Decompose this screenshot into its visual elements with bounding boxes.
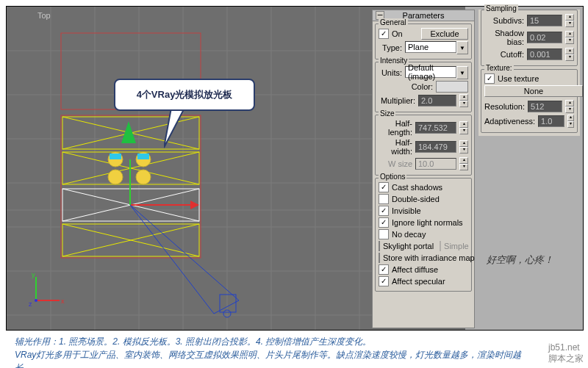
parameters-title-label: Parameters xyxy=(403,11,445,20)
half-width-spinner[interactable]: ▴▾ xyxy=(459,140,468,154)
svg-line-28 xyxy=(62,189,199,221)
cast-shadows-checkbox[interactable] xyxy=(379,182,389,192)
svg-text:y: y xyxy=(32,271,35,278)
group-sampling: Sampling Subdivs:15▴▾ Shadow bias:0.02▴▾… xyxy=(481,10,578,66)
units-value: Default (image) xyxy=(405,66,456,78)
side-note-text: 好空啊，心疼！ xyxy=(487,253,553,267)
chevron-down-icon[interactable]: ▼ xyxy=(456,41,468,54)
type-value: Plane xyxy=(405,41,456,53)
simple-label: Simple xyxy=(444,242,469,250)
svg-line-23 xyxy=(62,152,199,184)
texture-none-button[interactable]: None xyxy=(484,85,583,97)
caption-text: 辅光作用：1. 照亮场景。2. 模拟反光板。3. 照射出闭合投影。4. 控制倍增… xyxy=(15,335,522,368)
watermark-sub: 脚本之家 xyxy=(548,353,584,364)
shadow-bias-input[interactable]: 0.02 xyxy=(527,32,562,43)
w-size-label: W size xyxy=(379,159,412,168)
group-sampling-label: Sampling xyxy=(484,4,518,12)
multiplier-input[interactable]: 2.0 xyxy=(418,95,456,107)
group-options: Options Cast shadows Double-sided Invisi… xyxy=(375,178,472,292)
svg-point-32 xyxy=(108,170,123,184)
svg-rect-43 xyxy=(220,295,236,312)
svg-rect-27 xyxy=(62,189,199,221)
svg-rect-24 xyxy=(62,224,199,256)
type-label: Type: xyxy=(379,43,402,52)
half-width-input[interactable]: 184.479 xyxy=(415,141,456,153)
on-checkbox[interactable] xyxy=(379,29,389,39)
resolution-label: Resolution: xyxy=(484,102,525,111)
affect-specular-label: Affect specular xyxy=(392,277,445,286)
cutoff-label: Cutoff: xyxy=(484,50,524,59)
group-general: General On Exclude Type: Plane ▼ xyxy=(375,24,472,59)
simple-checkbox xyxy=(440,241,441,251)
resolution-spinner[interactable]: ▴▾ xyxy=(565,100,574,113)
axis-gizmo-icon: x y z xyxy=(29,271,65,308)
group-size-label: Size xyxy=(379,109,395,118)
shadow-bias-spinner[interactable]: ▴▾ xyxy=(565,31,574,44)
svg-line-25 xyxy=(62,224,199,256)
svg-marker-38 xyxy=(190,201,199,209)
invisible-label: Invisible xyxy=(392,206,421,215)
sampling-panel: Sampling Subdivs:15▴▾ Shadow bias:0.02▴▾… xyxy=(478,10,580,136)
affect-diffuse-label: Affect diffuse xyxy=(392,265,438,274)
units-combo[interactable]: Default (image) ▼ xyxy=(405,66,468,79)
ignore-normals-label: Ignore light normals xyxy=(392,218,463,227)
group-intensity: Intensity Units: Default (image) ▼ Color… xyxy=(375,62,472,112)
cutoff-spinner[interactable]: ▴▾ xyxy=(565,48,574,61)
use-texture-checkbox[interactable] xyxy=(484,73,495,84)
invisible-checkbox[interactable] xyxy=(379,206,389,216)
no-decay-checkbox[interactable] xyxy=(379,229,389,239)
no-decay-label: No decay xyxy=(392,230,426,239)
svg-rect-21 xyxy=(62,152,199,184)
group-general-label: General xyxy=(379,18,408,26)
half-width-label: Half-width: xyxy=(379,138,412,156)
store-irradiance-label: Store with irradiance map xyxy=(383,253,475,262)
subdivs-input[interactable]: 15 xyxy=(527,15,562,26)
chevron-down-icon[interactable]: ▼ xyxy=(456,66,468,79)
adaptiveness-spinner[interactable]: ▴▾ xyxy=(567,115,574,128)
annotation-tail-icon xyxy=(164,108,208,152)
group-texture: Texture: Use texture None Resolution:512… xyxy=(481,69,578,133)
watermark-site: jb51.net xyxy=(548,342,580,353)
resolution-input[interactable]: 512 xyxy=(528,101,562,112)
annotation-callout: 4个VRay光模拟放光板 xyxy=(114,79,255,111)
store-irradiance-checkbox[interactable] xyxy=(379,253,380,263)
svg-point-33 xyxy=(136,170,151,184)
svg-text:z: z xyxy=(29,300,32,308)
svg-line-29 xyxy=(62,189,199,221)
svg-point-44 xyxy=(223,310,231,317)
svg-line-41 xyxy=(130,205,214,314)
subdivs-label: Subdivs: xyxy=(484,16,524,25)
double-sided-label: Double-sided xyxy=(392,195,440,203)
viewport-label: Top xyxy=(37,11,51,20)
double-sided-checkbox[interactable] xyxy=(379,194,389,204)
svg-rect-35 xyxy=(137,154,149,159)
svg-rect-34 xyxy=(110,154,121,159)
color-swatch[interactable] xyxy=(436,81,468,93)
w-size-input: 10.0 xyxy=(415,158,456,170)
shadow-bias-label: Shadow bias: xyxy=(484,29,524,46)
cutoff-input[interactable]: 0.001 xyxy=(527,48,562,60)
group-intensity-label: Intensity xyxy=(379,57,409,65)
group-size: Size Half-length: 747.532 ▴▾ Half-width:… xyxy=(375,115,472,176)
svg-line-26 xyxy=(62,224,199,256)
half-length-label: Half-length: xyxy=(379,119,412,137)
half-length-input[interactable]: 747.532 xyxy=(415,122,456,134)
ignore-normals-checkbox[interactable] xyxy=(379,217,389,228)
affect-specular-checkbox[interactable] xyxy=(379,276,389,286)
adaptiveness-input[interactable]: 1.0 xyxy=(538,115,564,127)
skylight-portal-checkbox[interactable] xyxy=(379,241,380,251)
type-combo[interactable]: Plane ▼ xyxy=(405,41,468,54)
subdivs-spinner[interactable]: ▴▾ xyxy=(565,14,574,27)
cast-shadows-label: Cast shadows xyxy=(392,183,442,192)
svg-line-40 xyxy=(130,205,239,300)
multiplier-spinner[interactable]: ▴▾ xyxy=(459,94,468,107)
units-label: Units: xyxy=(379,68,402,77)
svg-line-42 xyxy=(214,300,239,314)
exclude-button[interactable]: Exclude xyxy=(421,28,468,40)
svg-line-22 xyxy=(62,152,199,184)
affect-diffuse-checkbox[interactable] xyxy=(379,264,389,275)
half-length-spinner[interactable]: ▴▾ xyxy=(459,121,468,134)
skylight-portal-label: Skylight portal xyxy=(383,242,434,250)
use-texture-label: Use texture xyxy=(498,74,539,83)
svg-text:x: x xyxy=(61,297,65,305)
